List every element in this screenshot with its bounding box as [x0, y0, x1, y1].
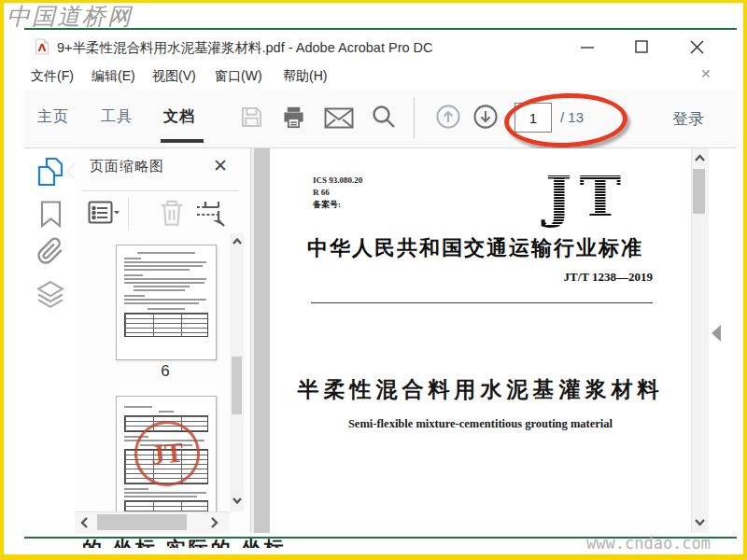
thumbnail-scroll-up-icon[interactable]	[233, 238, 242, 245]
frame-edge-bottom	[0, 554, 747, 560]
menu-item-edit[interactable]: 编辑(E)	[92, 68, 135, 85]
pdf-file-icon	[34, 38, 50, 55]
main-scroll-up-icon[interactable]	[695, 154, 705, 161]
screenshot-frame: 中国道桥网 9+半柔性混合料用水泥基灌浆材料.pdf - Adobe Acrob…	[0, 0, 747, 560]
frame-edge-right	[743, 0, 747, 560]
frame-edge-top	[0, 0, 747, 3]
right-pane-collapse-icon[interactable]	[712, 325, 721, 342]
options-icon[interactable]	[88, 201, 120, 225]
menu-item-file[interactable]: 文件(F)	[31, 68, 74, 85]
thumbnail-hscrollbar-thumb[interactable]	[97, 514, 187, 530]
page-down-icon[interactable]	[472, 104, 499, 130]
tab-document[interactable]: 文档	[163, 107, 195, 127]
thumbnail-scrollbar-thumb[interactable]	[232, 357, 242, 414]
page-thumbnails-icon[interactable]	[36, 156, 64, 188]
panel-divider-line	[82, 190, 239, 191]
doc-standard-name: 中华人民共和国交通运输行业标准	[307, 234, 655, 262]
maximize-button[interactable]	[627, 35, 655, 58]
thumbnail-scroll-down-icon[interactable]	[233, 497, 242, 504]
menubar-close-icon[interactable]: ✕	[700, 66, 712, 81]
frame-edge-left	[0, 0, 4, 560]
reduce-pages-icon[interactable]	[195, 200, 229, 228]
thumbnail-page-6[interactable]	[116, 245, 217, 360]
main-scroll-down-icon[interactable]	[695, 519, 705, 526]
document-canvas-margin	[254, 148, 270, 533]
trash-icon[interactable]	[159, 199, 185, 227]
clipped-background-text: 的 坐标 实际的 坐标 ········	[82, 536, 344, 548]
thumbnail-scroll-right-icon[interactable]	[211, 517, 218, 528]
active-tab-underline	[161, 139, 204, 143]
jt-logo: JT	[545, 169, 657, 227]
search-icon[interactable]	[371, 104, 397, 130]
tab-home[interactable]: 主页	[37, 107, 69, 127]
page-up-icon[interactable]	[435, 104, 461, 130]
menu-item-view[interactable]: 视图(V)	[152, 68, 196, 85]
window-title: 9+半柔性混合料用水泥基灌浆材料.pdf - Adobe Acrobat Pro…	[57, 39, 433, 57]
doc-class-code: R 66	[313, 187, 362, 199]
minimize-button[interactable]	[573, 35, 601, 58]
tab-tools[interactable]: 工具	[101, 107, 133, 127]
site-watermark-bottom: www.cndao.com	[586, 534, 711, 553]
main-scrollbar-thumb[interactable]	[693, 169, 705, 214]
doc-rule-line	[311, 302, 653, 303]
toolbar-divider	[414, 97, 415, 138]
save-icon[interactable]	[239, 105, 264, 130]
thumbnail-scroll-left-icon[interactable]	[80, 517, 88, 528]
thumbnail-page-next[interactable]: JT	[116, 396, 217, 513]
panel-tools-divider	[128, 197, 129, 231]
thumbnail-panel-close-icon[interactable]: ✕	[213, 155, 228, 176]
doc-title-en: Semi-flexible mixture-cementitious grout…	[270, 417, 691, 431]
attachments-icon[interactable]	[36, 236, 64, 266]
document-page: ICS 93.080.20 R 66 备案号: JT 中华人民共和国交通运输行业…	[270, 148, 691, 533]
bookmarks-icon[interactable]	[39, 200, 63, 228]
menu-item-window[interactable]: 窗口(W)	[215, 68, 262, 85]
doc-ics: ICS 93.080.20	[313, 175, 362, 187]
thumbnail-label: 6	[116, 362, 215, 381]
login-button[interactable]: 登录	[672, 108, 704, 130]
layers-icon[interactable]	[36, 279, 64, 311]
doc-title-cn: 半柔性混合料用水泥基灌浆材料	[270, 375, 691, 404]
email-icon[interactable]	[324, 107, 354, 129]
doc-standard-no: JT/T 1238—2019	[457, 270, 653, 285]
thumbnail-panel-title: 页面缩略图	[90, 158, 164, 175]
doc-record-no: 备案号:	[313, 199, 362, 211]
close-button[interactable]	[683, 35, 711, 58]
menu-item-help[interactable]: 帮助(H)	[283, 68, 327, 85]
print-icon[interactable]	[281, 105, 306, 130]
